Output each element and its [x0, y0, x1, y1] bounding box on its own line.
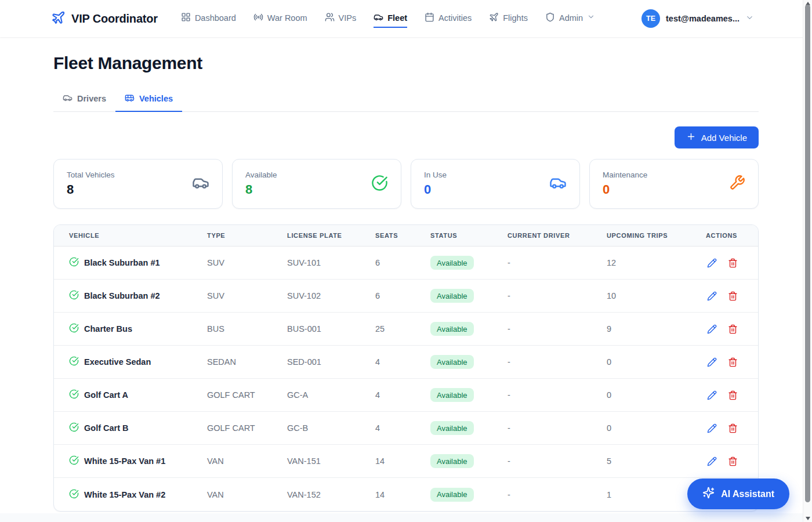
current-driver: - — [507, 291, 607, 300]
delete-vehicle-button[interactable] — [727, 356, 739, 368]
status-badge: Available — [430, 388, 474, 402]
nav-label: Activities — [438, 13, 472, 23]
upcoming-trips: 5 — [607, 456, 706, 466]
table-row[interactable]: White 15-Pax Van #2 VAN VAN-152 14 Avail… — [54, 478, 758, 511]
scroll-down-arrow[interactable] — [806, 517, 810, 520]
stat-value: 8 — [245, 182, 277, 197]
shield-icon — [545, 12, 555, 24]
car-icon — [192, 174, 209, 194]
app-header: VIP Coordinator Dashboard War Room VIPs — [0, 0, 812, 37]
vehicle-type: SUV — [207, 258, 287, 267]
edit-vehicle-button[interactable] — [706, 455, 718, 467]
nav-flights[interactable]: Flights — [489, 10, 528, 28]
edit-vehicle-button[interactable] — [706, 422, 718, 434]
page-title: Fleet Management — [53, 37, 759, 73]
upcoming-trips: 10 — [607, 291, 706, 300]
tab-vehicles[interactable]: Vehicles — [115, 87, 182, 112]
stat-value: 0 — [424, 182, 447, 197]
delete-vehicle-button[interactable] — [727, 257, 739, 269]
edit-vehicle-button[interactable] — [706, 356, 718, 368]
vehicle-name: Black Suburban #1 — [84, 258, 160, 267]
table-row[interactable]: Black Suburban #1 SUV SUV-101 6 Availabl… — [54, 246, 758, 280]
table-row[interactable]: White 15-Pax Van #1 VAN VAN-151 14 Avail… — [54, 445, 758, 478]
table-row[interactable]: Executive Sedan SEDAN SED-001 4 Availabl… — [54, 346, 758, 379]
check-circle-icon — [69, 489, 79, 501]
license-plate: SUV-101 — [287, 258, 375, 267]
scrollbar-thumb[interactable] — [805, 5, 810, 502]
table-row[interactable]: Black Suburban #2 SUV SUV-102 6 Availabl… — [54, 280, 758, 313]
nav-label: Dashboard — [195, 13, 236, 23]
status-badge: Available — [430, 322, 474, 336]
stat-label: Maintenance — [603, 171, 647, 179]
col-seats: Seats — [375, 232, 430, 239]
stat-value: 8 — [67, 182, 115, 197]
nav-label: War Room — [267, 13, 307, 23]
license-plate: SUV-102 — [287, 291, 375, 300]
avatar: TE — [641, 9, 660, 28]
check-circle-icon — [69, 290, 79, 302]
seats-count: 25 — [375, 324, 430, 334]
nav-vips[interactable]: VIPs — [325, 10, 357, 28]
col-upcoming-trips: Upcoming Trips — [607, 232, 706, 239]
delete-vehicle-button[interactable] — [727, 323, 739, 335]
vehicle-name: Golf Cart B — [84, 423, 129, 433]
stat-label: Available — [245, 171, 277, 179]
sparkles-icon — [702, 487, 715, 501]
table-row[interactable]: Golf Cart A GOLF CART GC-A 4 Available -… — [54, 379, 758, 412]
nav-fleet[interactable]: Fleet — [374, 10, 407, 28]
nav-activities[interactable]: Activities — [425, 10, 472, 28]
tab-label: Drivers — [77, 94, 106, 103]
stat-available: Available 8 — [232, 159, 401, 209]
bus-icon — [125, 93, 135, 104]
vehicle-name: Charter Bus — [84, 324, 132, 334]
seats-count: 4 — [375, 423, 430, 433]
vehicle-name: White 15-Pax Van #1 — [84, 456, 165, 466]
fleet-tabs: Drivers Vehicles — [53, 87, 759, 112]
status-badge: Available — [430, 421, 474, 435]
ai-assistant-button[interactable]: AI Assistant — [687, 478, 789, 509]
nav-admin[interactable]: Admin — [545, 10, 595, 28]
license-plate: VAN-152 — [287, 490, 375, 499]
delete-vehicle-button[interactable] — [727, 290, 739, 302]
col-status: Status — [430, 232, 507, 239]
license-plate: SED-001 — [287, 357, 375, 367]
status-badge: Available — [430, 355, 474, 369]
app-window: VIP Coordinator Dashboard War Room VIPs — [0, 0, 812, 522]
edit-vehicle-button[interactable] — [706, 257, 718, 269]
tab-drivers[interactable]: Drivers — [53, 87, 115, 112]
edit-vehicle-button[interactable] — [706, 389, 718, 401]
table-row[interactable]: Golf Cart B GOLF CART GC-B 4 Available -… — [54, 412, 758, 445]
check-circle-icon — [69, 389, 79, 401]
delete-vehicle-button[interactable] — [727, 389, 739, 401]
stat-maintenance: Maintenance 0 — [589, 159, 759, 209]
plus-icon — [686, 132, 696, 143]
table-row[interactable]: Charter Bus BUS BUS-001 25 Available - 9 — [54, 313, 758, 346]
table-header-row: Vehicle Type License Plate Seats Status … — [54, 225, 758, 246]
add-vehicle-button[interactable]: Add Vehicle — [675, 126, 759, 148]
current-driver: - — [507, 456, 607, 466]
check-circle-icon — [69, 422, 79, 434]
user-menu[interactable]: TE test@madeames... — [641, 9, 754, 28]
edit-vehicle-button[interactable] — [706, 323, 718, 335]
brand[interactable]: VIP Coordinator — [51, 10, 158, 27]
col-license-plate: License Plate — [287, 232, 375, 239]
delete-vehicle-button[interactable] — [727, 422, 739, 434]
nav-war-room[interactable]: War Room — [253, 10, 307, 28]
upcoming-trips: 0 — [607, 390, 706, 400]
vertical-scrollbar[interactable] — [803, 0, 812, 522]
current-driver: - — [507, 423, 607, 433]
vehicle-type: SEDAN — [207, 357, 287, 367]
stat-label: In Use — [424, 171, 447, 179]
stat-in-use: In Use 0 — [411, 159, 580, 209]
col-type: Type — [207, 232, 287, 239]
delete-vehicle-button[interactable] — [727, 455, 739, 467]
car-icon — [374, 12, 383, 24]
plane-logo-icon — [51, 10, 66, 27]
license-plate: BUS-001 — [287, 324, 375, 334]
check-circle-icon — [371, 175, 388, 194]
upcoming-trips: 0 — [607, 357, 706, 367]
edit-vehicle-button[interactable] — [706, 290, 718, 302]
vehicle-name: White 15-Pax Van #2 — [84, 490, 165, 499]
vehicle-type: VAN — [207, 456, 287, 466]
nav-dashboard[interactable]: Dashboard — [181, 10, 236, 28]
